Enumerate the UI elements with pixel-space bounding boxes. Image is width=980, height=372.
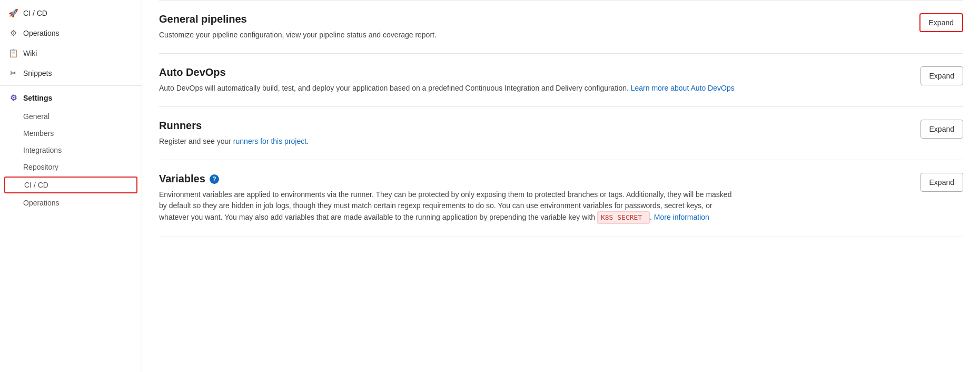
sidebar-item-operations-top[interactable]: ⚙ Operations [0, 23, 142, 43]
sidebar-item-snippets[interactable]: ✂ Snippets [0, 63, 142, 83]
operations-icon: ⚙ [8, 28, 18, 38]
section-runners: Runners Register and see your runners fo… [159, 107, 963, 160]
auto-devops-title: Auto DevOps [159, 66, 908, 79]
sidebar-sub-integrations[interactable]: Integrations [0, 142, 142, 159]
main-content: General pipelines Customize your pipelin… [142, 0, 980, 372]
general-pipelines-expand-button[interactable]: Expand [919, 13, 963, 32]
sidebar-item-cicd[interactable]: 🚀 CI / CD [0, 3, 142, 23]
section-general-pipelines-content: General pipelines Customize your pipelin… [159, 13, 907, 41]
sidebar-sub-cicd[interactable]: CI / CD [4, 177, 137, 193]
variables-expand-button[interactable]: Expand [920, 173, 963, 192]
variables-help-icon[interactable]: ? [210, 174, 219, 184]
variables-desc: Environment variables are applied to env… [159, 189, 738, 224]
variables-code-badge: K8S_SECRET_ [597, 211, 650, 224]
general-pipelines-title: General pipelines [159, 13, 907, 25]
auto-devops-desc: Auto DevOps will automatically build, te… [159, 83, 738, 94]
variables-more-info-link[interactable]: More information [654, 213, 709, 221]
sidebar-sub-repository[interactable]: Repository [0, 159, 142, 175]
snippets-icon: ✂ [8, 68, 18, 78]
section-runners-content: Runners Register and see your runners fo… [159, 120, 908, 147]
sidebar-item-wiki[interactable]: 📋 Wiki [0, 43, 142, 63]
section-variables: Variables ? Environment variables are ap… [159, 160, 963, 237]
section-auto-devops: Auto DevOps Auto DevOps will automatical… [159, 54, 963, 107]
sidebar-sub-operations[interactable]: Operations [0, 194, 142, 211]
general-pipelines-desc: Customize your pipeline configuration, v… [159, 30, 738, 41]
wiki-icon: 📋 [8, 48, 18, 58]
sidebar-sub-general[interactable]: General [0, 108, 142, 125]
cicd-icon: 🚀 [8, 8, 18, 18]
variables-title: Variables ? [159, 173, 908, 185]
runners-desc: Register and see your runners for this p… [159, 136, 738, 147]
sidebar-item-settings[interactable]: ⚙ Settings [0, 88, 142, 108]
settings-icon: ⚙ [8, 93, 18, 103]
section-variables-content: Variables ? Environment variables are ap… [159, 173, 908, 224]
auto-devops-link[interactable]: Learn more about Auto DevOps [631, 84, 735, 92]
section-auto-devops-content: Auto DevOps Auto DevOps will automatical… [159, 66, 908, 94]
runners-expand-button[interactable]: Expand [920, 120, 963, 139]
section-general-pipelines: General pipelines Customize your pipelin… [159, 1, 963, 54]
sidebar: 🚀 CI / CD ⚙ Operations 📋 Wiki ✂ Snippets… [0, 0, 142, 372]
runners-link[interactable]: runners for this project [233, 137, 306, 145]
auto-devops-expand-button[interactable]: Expand [920, 66, 963, 85]
sidebar-sub-members[interactable]: Members [0, 125, 142, 142]
runners-title: Runners [159, 120, 908, 132]
